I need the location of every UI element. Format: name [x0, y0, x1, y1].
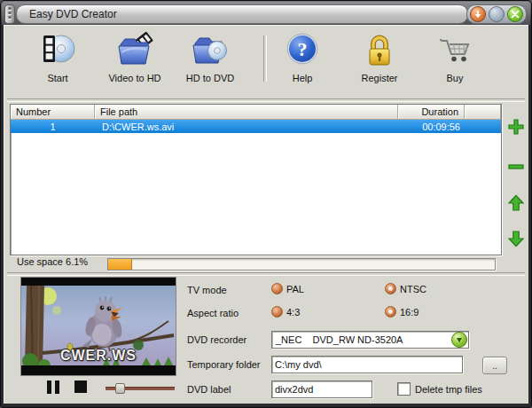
column-header-number[interactable]: Number [11, 105, 95, 120]
radio-4-3[interactable]: 4:3 [271, 306, 300, 318]
toolbar-label: Help [293, 73, 313, 83]
dvd-recorder-label: DVD recorder [187, 334, 246, 345]
window-title: Easy DVD Creator [29, 8, 117, 20]
folder-film-icon [114, 31, 155, 72]
stop-icon [74, 381, 87, 393]
minimize-arrow-icon [473, 10, 482, 19]
window-frame: Easy DVD Creator [0, 0, 532, 408]
radio-16-9-label: 16:9 [400, 307, 419, 318]
radio-pal-icon [271, 283, 283, 294]
file-list: Number File path Duration 1 D:\CWER.ws.a… [10, 104, 502, 255]
seek-thumb[interactable] [115, 383, 125, 394]
toolbar-button-start[interactable]: Start [29, 31, 86, 90]
file-list-header: Number File path Duration [11, 105, 501, 120]
stop-button[interactable] [74, 381, 90, 394]
dvd-label-label: DVD label [187, 384, 231, 395]
film-disc-icon [37, 31, 78, 72]
seek-slider[interactable] [106, 382, 175, 393]
delete-tmp-files-label: Delete tmp files [415, 384, 482, 395]
minus-icon [506, 157, 526, 177]
move-up-button[interactable] [506, 193, 526, 213]
window-controls [466, 4, 527, 24]
toolbar-label: Register [362, 73, 398, 83]
space-progress-bar [107, 258, 496, 271]
file-number: 1 [11, 120, 95, 133]
maximize-button[interactable] [489, 6, 505, 22]
divider [7, 272, 525, 276]
pause-icon [47, 381, 62, 394]
browse-button[interactable]: .. [482, 357, 507, 374]
toolbar-separator [263, 35, 267, 82]
radio-ntsc[interactable]: NTSC [385, 283, 426, 294]
video-preview: CWER.WS [20, 277, 176, 376]
toolbar-label: HD to DVD [186, 73, 234, 83]
column-header-duration[interactable]: Duration [398, 105, 465, 120]
toolbar-label: Buy [447, 73, 464, 83]
divider [7, 98, 525, 102]
close-button[interactable] [507, 6, 523, 22]
dvd-recorder-value: _NEC DVD_RW ND-3520A [272, 334, 451, 345]
dropdown-arrow-button[interactable] [451, 332, 467, 348]
toolbar-button-buy[interactable]: Buy [427, 31, 482, 90]
toolbar-label: Start [47, 73, 67, 83]
plus-icon [506, 117, 526, 137]
temporary-folder-label: Temporary folder [187, 359, 261, 370]
arrow-up-icon [506, 193, 526, 213]
space-progress-fill [108, 259, 132, 270]
toolbar-button-video-to-hd[interactable]: Video to HD [92, 31, 177, 90]
remove-file-button[interactable] [506, 157, 526, 177]
file-row[interactable]: 1 D:\CWER.ws.avi 00:09:56 [11, 120, 501, 133]
toolbar-button-register[interactable]: Register [348, 31, 411, 90]
delete-tmp-files-option[interactable]: Delete tmp files [397, 382, 482, 396]
title-capsule: Easy DVD Creator [16, 4, 468, 24]
content-area: Start [4, 25, 528, 404]
use-space-label: Use space 6.1% [17, 256, 88, 267]
radio-pal-label: PAL [286, 284, 304, 294]
radio-16-9-icon [385, 306, 396, 318]
checkbox-icon[interactable] [397, 382, 411, 396]
svg-text:?: ? [298, 38, 308, 60]
tv-mode-label: TV mode [187, 285, 227, 295]
arrow-down-icon [506, 229, 526, 248]
radio-ntsc-icon [385, 283, 396, 294]
folder-disc-icon [190, 31, 231, 72]
watermark-text: CWER.WS [21, 348, 176, 364]
pause-button[interactable] [47, 381, 62, 394]
toolbar-label: Video to HD [108, 73, 160, 83]
temporary-folder-input[interactable] [271, 356, 463, 373]
dvd-label-input[interactable] [271, 381, 372, 398]
file-path: D:\CWER.ws.avi [95, 120, 398, 133]
toolbar-button-hd-to-dvd[interactable]: HD to DVD [168, 31, 252, 90]
padlock-icon [359, 31, 400, 72]
move-down-button[interactable] [506, 229, 526, 248]
column-header-filler [465, 105, 501, 120]
window-grip-icon [4, 4, 15, 24]
cart-icon [434, 31, 475, 72]
radio-pal[interactable]: PAL [271, 283, 304, 294]
question-icon: ? [282, 31, 323, 72]
radio-16-9[interactable]: 16:9 [385, 306, 419, 318]
toolbar-button-help[interactable]: ? Help [276, 31, 329, 90]
radio-ntsc-label: NTSC [400, 284, 426, 294]
chevron-down-icon [457, 338, 462, 342]
minimize-button[interactable] [470, 6, 486, 22]
radio-4-3-icon [271, 306, 283, 318]
dvd-recorder-select[interactable]: _NEC DVD_RW ND-3520A [271, 331, 469, 349]
file-duration: 00:09:56 [398, 120, 465, 133]
column-header-file-path[interactable]: File path [95, 105, 398, 120]
app-window: Easy DVD Creator [0, 0, 532, 408]
close-x-icon [511, 10, 520, 19]
aspect-ratio-label: Aspect ratio [187, 308, 239, 318]
radio-4-3-label: 4:3 [286, 307, 300, 318]
titlebar[interactable]: Easy DVD Creator [2, 2, 530, 25]
add-file-button[interactable] [506, 117, 526, 137]
